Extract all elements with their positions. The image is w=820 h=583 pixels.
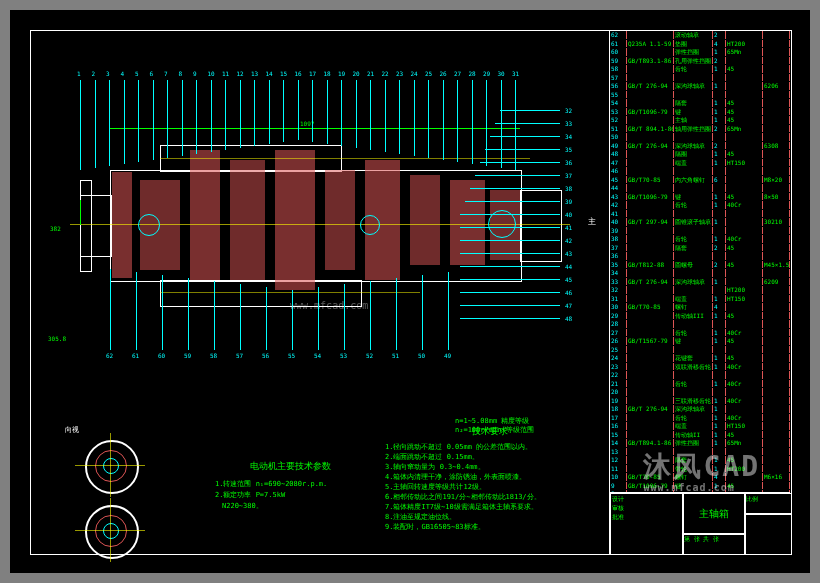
part-number: 16 [295,70,302,77]
part-number: 43 [565,250,572,257]
leader-line [399,80,400,154]
tech-line: 4.箱体内清理干净，涂防锈油，外表面喷漆。 [385,472,595,482]
bom-row: 42齿轮 140Cr [610,201,790,210]
tech-line: 5.主轴回转速度等级共计12级。 [385,482,595,492]
aux-views: 向视 [65,425,205,565]
bom-row: 53GB/T1096-79键 145 [610,108,790,117]
leader-line [370,281,371,350]
leader-line [486,80,487,166]
part-number: 9 [193,70,197,77]
bom-row: 26GB/T1567-79键 145 [610,337,790,346]
leader-line [515,80,516,170]
leader-line [422,275,423,350]
bom-row: 24花键套 145 [610,354,790,363]
bom-row: 19三联滑移齿轮 140Cr [610,397,790,406]
bom-row: 21齿轮 140Cr [610,380,790,389]
main-section-view: 1097 305.8 382 1234567891011121314151617… [40,50,600,380]
part-number: 51 [392,352,399,359]
leader-line [465,201,560,202]
part-number: 48 [565,315,572,322]
part-number: 35 [565,146,572,153]
part-number: 40 [565,211,572,218]
part-number: 12 [237,70,244,77]
part-number: 20 [353,70,360,77]
cad-sheet: 1097 305.8 382 1234567891011121314151617… [10,10,810,573]
part-number: 50 [418,352,425,359]
bom-row: 56GB/T 276-94深沟球轴承 16206 [610,82,790,91]
leader-line [312,80,313,142]
leader-line [470,188,560,189]
leader-line [269,80,270,144]
leader-line [460,318,560,319]
leader-line [240,80,241,148]
leader-line [480,162,560,163]
bom-row: 33GB/T 276-94深沟球轴承 16209 [610,278,790,287]
part-number: 26 [440,70,447,77]
leader-line [356,80,357,148]
leader-line [167,80,168,158]
leader-line [292,290,293,350]
part-number: 55 [288,352,295,359]
tech-line: 2.端面跳动不超过 0.15mm。 [385,452,595,462]
leader-line [460,240,560,241]
watermark-main: 沐风CAD www.mfcad.com [643,448,760,493]
tech-line: 3.轴向窜动量为 0.3~0.4mm。 [385,462,595,472]
bom-row: 50 [610,133,790,142]
leader-line [80,80,81,170]
part-number: 41 [565,224,572,231]
part-number: 24 [411,70,418,77]
part-number: 1 [77,70,81,77]
params-title: 电动机主要技术参数 [215,460,365,473]
part-number: 23 [396,70,403,77]
tech-line: 1.径向跳动不超过 0.05mm 的公差范围以内。 [385,442,595,452]
bom-row: 54隔套 145 [610,99,790,108]
bom-row: 16端盖 1HT150 [610,422,790,431]
leader-line [153,80,154,160]
part-number: 30 [498,70,505,77]
part-number: 27 [454,70,461,77]
part-number: 3 [106,70,110,77]
leader-line [428,80,429,158]
part-number: 31 [512,70,519,77]
bom-row: 15传动轴II 145 [610,431,790,440]
leader-line [460,227,560,228]
leader-line [109,80,110,166]
bom-row: 22 [610,371,790,380]
bom-row: 49GB/T 276-94深沟球轴承 26308 [610,142,790,151]
part-number: 53 [340,352,347,359]
leader-line [188,278,189,350]
part-number: 47 [565,302,572,309]
bom-row: 58齿轮 145 [610,65,790,74]
bom-row: 31端盖 1HT150 [610,295,790,304]
leader-line [460,292,560,293]
leader-line [138,80,139,162]
bom-row: 35GB/T812-88圆螺母 245M45×1.5 [610,261,790,270]
bom-row: 30GB/T70-85螺钉 4 [610,303,790,312]
part-number: 10 [208,70,215,77]
bom-row: 48隔圈 145 [610,150,790,159]
motor-params: 电动机主要技术参数 1.转速范围 n₁=690~2080r.p.m.2.额定功率… [215,460,365,512]
part-number: 62 [106,352,113,359]
bom-row: 28 [610,320,790,329]
leader-line [266,287,267,350]
part-number: 37 [565,172,572,179]
tech-requirements: 技术要求 1.径向跳动不超过 0.05mm 的公差范围以内。2.端面跳动不超过 … [385,425,595,532]
part-number: 45 [565,276,572,283]
leader-line [460,305,560,306]
bom-row: 59GB/T893.1-86孔用弹性挡圈 2 [610,57,790,66]
part-number: 15 [280,70,287,77]
dim-rear: 382 [50,225,61,232]
part-number: 19 [338,70,345,77]
part-number: 29 [483,70,490,77]
bom-row: 14GB/T894.1-86弹性挡圈 165Mn [610,439,790,448]
leader-line [327,80,328,144]
bom-row: 27齿轮 140Cr [610,329,790,338]
leader-line [370,80,371,150]
bom-row: 45GB/T70-85内六角螺钉 6M8×20 [610,176,790,185]
leader-line [448,272,449,350]
part-number: 49 [444,352,451,359]
leader-line [485,149,560,150]
leader-line [124,80,125,164]
leader-line [162,275,163,350]
part-number: 42 [565,237,572,244]
